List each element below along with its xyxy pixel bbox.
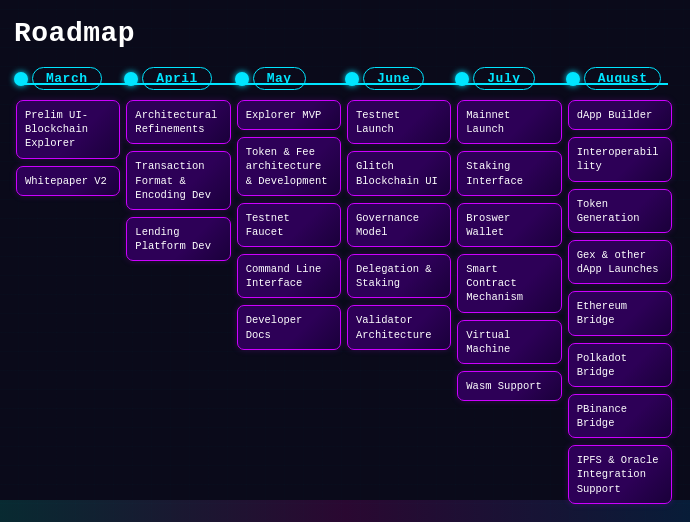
card-august-4: Ethereum Bridge [568,291,672,335]
month-dot-april [124,72,138,86]
card-august-2: Token Generation [568,189,672,233]
card-may-2: Testnet Faucet [237,203,341,247]
card-july-4: Virtual Machine [457,320,561,364]
cards-list-june: Testnet LaunchGlitch Blockchain UIGovern… [345,100,455,350]
card-june-2: Governance Model [347,203,451,247]
card-april-0: Architectural Refinements [126,100,230,144]
page: Roadmap MarchPrelim UI-Blockchain Explor… [0,0,690,522]
card-june-4: Validator Architecture [347,305,451,349]
cards-list-may: Explorer MVPToken & Fee architecture & D… [235,100,345,350]
month-dot-june [345,72,359,86]
month-dot-august [566,72,580,86]
card-may-1: Token & Fee architecture & Development [237,137,341,196]
card-march-0: Prelim UI-Blockchain Explorer [16,100,120,159]
month-label-june: June [363,67,424,90]
cards-list-august: dApp BuilderInteroperabillityToken Gener… [566,100,676,504]
card-april-2: Lending Platform Dev [126,217,230,261]
month-label-march: March [32,67,102,90]
card-july-2: Broswer Wallet [457,203,561,247]
month-header-march: March [14,67,102,90]
card-june-1: Glitch Blockchain UI [347,151,451,195]
card-august-1: Interoperabillity [568,137,672,181]
month-header-may: May [235,67,306,90]
month-col-july: JulyMainnet LaunchStaking InterfaceBrosw… [455,67,565,401]
month-label-may: May [253,67,306,90]
card-may-0: Explorer MVP [237,100,341,130]
card-may-4: Developer Docs [237,305,341,349]
card-august-6: PBinance Bridge [568,394,672,438]
card-august-3: Gex & other dApp Launches [568,240,672,284]
card-july-1: Staking Interface [457,151,561,195]
month-label-july: July [473,67,534,90]
month-col-may: MayExplorer MVPToken & Fee architecture … [235,67,345,350]
month-header-august: August [566,67,662,90]
page-title: Roadmap [14,18,676,49]
roadmap-container: MarchPrelim UI-Blockchain ExplorerWhitep… [14,67,676,504]
card-august-5: Polkadot Bridge [568,343,672,387]
month-header-april: April [124,67,212,90]
card-august-0: dApp Builder [568,100,672,130]
cards-list-april: Architectural RefinementsTransaction For… [124,100,234,261]
card-june-3: Delegation & Staking [347,254,451,298]
card-august-7: IPFS & Oracle Integration Support [568,445,672,504]
card-june-0: Testnet Launch [347,100,451,144]
month-header-june: June [345,67,424,90]
cards-list-july: Mainnet LaunchStaking InterfaceBroswer W… [455,100,565,401]
month-dot-may [235,72,249,86]
month-col-august: AugustdApp BuilderInteroperabillityToken… [566,67,676,504]
month-label-august: August [584,67,662,90]
card-july-0: Mainnet Launch [457,100,561,144]
cards-list-march: Prelim UI-Blockchain ExplorerWhitepaper … [14,100,124,196]
card-april-1: Transaction Format & Encoding Dev [126,151,230,210]
month-header-july: July [455,67,534,90]
month-dot-july [455,72,469,86]
month-col-march: MarchPrelim UI-Blockchain ExplorerWhitep… [14,67,124,196]
month-label-april: April [142,67,212,90]
month-col-april: AprilArchitectural RefinementsTransactio… [124,67,234,261]
card-july-5: Wasm Support [457,371,561,401]
card-july-3: Smart Contract Mechanism [457,254,561,313]
card-march-1: Whitepaper V2 [16,166,120,196]
month-dot-march [14,72,28,86]
month-col-june: JuneTestnet LaunchGlitch Blockchain UIGo… [345,67,455,350]
card-may-3: Command Line Interface [237,254,341,298]
